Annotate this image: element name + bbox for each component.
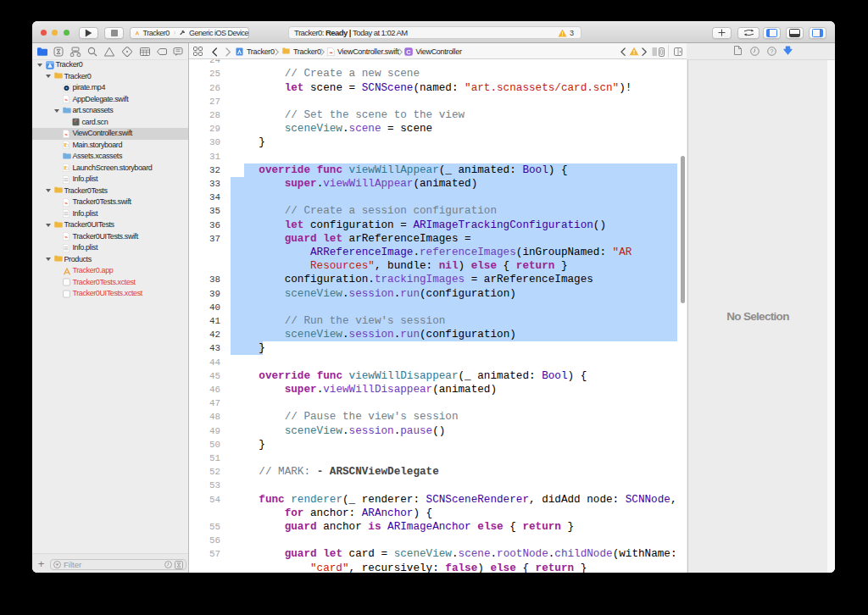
svg-text:C: C xyxy=(406,47,411,55)
svg-text:?: ? xyxy=(771,48,774,54)
